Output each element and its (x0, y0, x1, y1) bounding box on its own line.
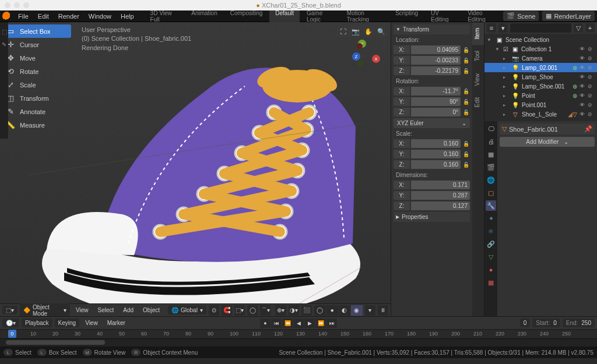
datablock-name-field[interactable]: ▽ Shoe_Fabric.001 📌 (500, 123, 595, 135)
tool-cursor[interactable]: ✛Cursor (2, 38, 71, 51)
jump-start-icon[interactable]: ⏮ (271, 319, 282, 328)
prop-tab-constraint-icon[interactable]: 🔗 (486, 239, 496, 249)
menu-file[interactable]: File (13, 12, 33, 21)
workspace-tab-active[interactable]: Default (269, 9, 300, 24)
jump-prev-key-icon[interactable]: ⏪ (282, 319, 293, 328)
proportional-icon[interactable]: ◯ (247, 305, 258, 316)
tool-rotate[interactable]: ⟲Rotate (2, 65, 71, 78)
npanel-tab-tool[interactable]: Tool (472, 45, 484, 67)
editor-type-dropdown[interactable]: ⬚▾ (2, 306, 17, 314)
timeline-view-menu[interactable]: View (82, 319, 101, 327)
lock-icon[interactable]: 🔓 (462, 56, 470, 65)
outliner-display-icon[interactable]: ▾ (498, 23, 508, 33)
jump-end-icon[interactable]: ⏭ (326, 319, 337, 328)
outliner-collection[interactable]: ▼☑▣Collection 1👁⊘ (484, 44, 597, 54)
outliner-item[interactable]: ▸💡Point⊛👁⊘ (484, 91, 597, 100)
snap-type-icon[interactable]: ⬚▾ (234, 305, 245, 316)
filter-icon[interactable]: ▽ (574, 23, 583, 33)
vp-menu-view[interactable]: View (72, 306, 92, 314)
snap-icon[interactable]: 🧲 (222, 305, 232, 316)
shading-wire-icon[interactable]: ◯ (314, 305, 326, 316)
axis-z-icon[interactable]: Z (352, 52, 360, 61)
dim-z-field[interactable]: 0.127 (411, 202, 470, 210)
window-traffic-lights[interactable] (5, 2, 29, 8)
tool-scale[interactable]: ⤢Scale (2, 78, 71, 91)
menu-render[interactable]: Render (54, 12, 84, 21)
workspace-tab[interactable]: Scripting (389, 9, 424, 24)
timeline-playback-menu[interactable]: Playback (22, 319, 52, 327)
lock-icon[interactable]: 🔓 (462, 108, 470, 116)
outliner-root[interactable]: ▼▣Scene Collection (484, 35, 597, 44)
workspace-tab[interactable]: Motion Tracking (341, 9, 388, 24)
proportional-type-icon[interactable]: ⌒▾ (260, 305, 271, 316)
rotation-y-field[interactable]: 90° (411, 97, 461, 106)
timeline-scrollbar[interactable] (0, 338, 597, 347)
prop-tab-object-icon[interactable]: ▢ (486, 188, 496, 198)
outliner-item[interactable]: ▸💡Lamp_Shoe.001⊛👁⊘ (484, 82, 597, 91)
timeline-keying-menu[interactable]: Keying (55, 319, 80, 327)
prop-tab-particle-icon[interactable]: ✦ (486, 213, 496, 224)
play-icon[interactable]: ▶ (304, 319, 315, 328)
current-frame-field[interactable]: 0 (520, 319, 531, 327)
prop-tab-render-icon[interactable]: 🖵 (486, 123, 496, 134)
workspace-tab[interactable]: Game Logic (301, 9, 340, 24)
disable-icon[interactable]: ⊘ (588, 46, 595, 52)
axis-neg-icon[interactable] (357, 43, 363, 49)
vp-zoom-icon[interactable]: 🔍 (375, 26, 387, 37)
lock-icon[interactable]: 🔓 (462, 45, 470, 54)
prop-tab-physics-icon[interactable]: ⚛ (486, 226, 496, 236)
end-frame-field[interactable]: End:250 (563, 319, 595, 327)
workspace-tab[interactable]: Video Editing (462, 9, 503, 24)
vp-menu-select[interactable]: Select (94, 306, 117, 314)
orientation-dropdown[interactable]: 🌐Global▾ (168, 306, 206, 314)
render-layer-selector[interactable]: ▦RenderLayer (542, 11, 595, 21)
shading-options-icon[interactable]: ▾ (365, 305, 375, 316)
scale-z-field[interactable]: 0.160 (411, 160, 461, 169)
jump-next-key-icon[interactable]: ⏩ (315, 319, 326, 328)
pin-icon[interactable]: 📌 (584, 125, 592, 133)
rotation-x-field[interactable]: -11.7° (411, 87, 461, 96)
tool-transform[interactable]: ◫Transform (2, 91, 71, 105)
scene-selector[interactable]: 🎬Scene (503, 11, 539, 21)
scrollbar-thumb[interactable] (6, 340, 105, 345)
rotation-mode-dropdown[interactable]: XYZ Euler⌄ (394, 118, 470, 128)
vp-camera-icon[interactable]: 📷 (350, 26, 361, 37)
editor-type-icon[interactable]: ⬚ (0, 26, 8, 37)
pivot-icon[interactable]: ⊙ (209, 305, 219, 316)
prop-tab-scene-icon[interactable]: 🎬 (486, 162, 496, 172)
lock-icon[interactable]: 🔓 (462, 150, 470, 158)
mode-dropdown[interactable]: 🔶Object Mode▾ (20, 303, 70, 318)
outliner-item[interactable]: ▸💡Lamp_Shoe👁⊘ (484, 72, 597, 82)
xray-icon[interactable]: ⬛ (301, 305, 312, 316)
axis-x-icon[interactable]: X (372, 55, 380, 63)
gizmo-visibility-icon[interactable]: ⊕▾ (275, 305, 286, 316)
transform-panel-header[interactable]: ▼Transform (394, 24, 470, 34)
prop-tab-modifier-icon[interactable]: 🔧 (486, 200, 496, 211)
prop-tab-viewlayer-icon[interactable]: ▦ (486, 149, 496, 160)
play-reverse-icon[interactable]: ◀ (293, 319, 304, 328)
prop-tab-material-icon[interactable]: ● (486, 264, 496, 275)
vp-hand-icon[interactable]: ✋ (363, 26, 374, 37)
workspace-tab[interactable]: 3D View Full (145, 9, 185, 24)
location-x-field[interactable]: 0.04095 (411, 45, 461, 54)
outliner-item[interactable]: ▸📷Camera👁⊘ (484, 54, 597, 63)
workspace-tab[interactable]: UV Editing (425, 9, 461, 24)
navigation-gizmo[interactable]: X Y Z (354, 41, 379, 65)
menu-edit[interactable]: Edit (33, 12, 54, 21)
dim-y-field[interactable]: 0.287 (411, 191, 470, 200)
start-frame-field[interactable]: Start:0 (532, 319, 560, 327)
prop-tab-world-icon[interactable]: 🌐 (486, 175, 496, 185)
tool-measure[interactable]: 📏Measure (2, 118, 71, 132)
vp-select-icon[interactable]: ⛶ (337, 26, 349, 37)
rotation-z-field[interactable]: 0° (411, 108, 461, 116)
npanel-tab-edit[interactable]: Edit (472, 91, 484, 113)
3d-viewport[interactable]: ▭Select Box ✛Cursor ✥Move ⟲Rotate ⤢Scale… (0, 22, 391, 303)
lock-icon[interactable]: 🔓 (462, 139, 470, 148)
scale-y-field[interactable]: 0.160 (411, 150, 461, 158)
vp-menu-object[interactable]: Object (139, 306, 163, 314)
outliner-item-selected[interactable]: ▸💡Lamp_02.001⊛👁⊘ (484, 63, 597, 72)
location-z-field[interactable]: -0.22179 (411, 66, 461, 75)
timeline-ruler[interactable]: 0 01020304050607080901001101201301401501… (0, 329, 597, 338)
npanel-tab-view[interactable]: View (472, 68, 484, 92)
shading-rendered-icon[interactable]: ◉ (351, 305, 363, 316)
